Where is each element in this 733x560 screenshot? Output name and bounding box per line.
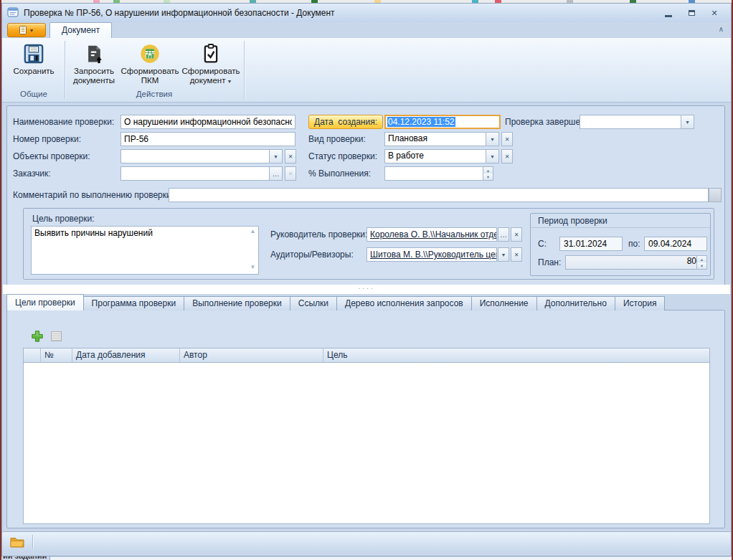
request-documents-label: Запросить документы xyxy=(67,67,121,85)
generate-document-icon xyxy=(202,41,220,67)
application-menu-button[interactable]: ▼ xyxy=(7,23,46,37)
number-input[interactable] xyxy=(120,132,295,146)
tab-links[interactable]: Ссылки xyxy=(290,296,337,310)
close-button[interactable]: ✕ xyxy=(709,9,719,18)
plan-spin-edit[interactable]: 80 ▲ ▼ xyxy=(565,255,707,270)
screen: Проверка № ПР-56, О нарушении информацио… xyxy=(0,0,733,560)
goals-grid: № Дата добавления Автор Цель xyxy=(23,348,710,524)
tab-fulfilment[interactable]: Исполнение xyxy=(471,296,537,310)
save-button-label: Сохранить xyxy=(13,67,54,76)
objects-clear-button[interactable]: ✕ xyxy=(285,149,296,163)
ellipsis-icon[interactable]: … xyxy=(269,167,282,180)
auditors-dropdown-button[interactable]: ▼ xyxy=(498,247,509,262)
generate-pkm-button[interactable]: Сформировать ПКМ xyxy=(120,41,180,85)
folder-button[interactable] xyxy=(8,534,27,549)
kind-label: Вид проверки: xyxy=(308,132,366,146)
generate-document-button[interactable]: Сформировать документ▼ xyxy=(179,41,243,86)
selected-text: 04.12.2023 11:52 xyxy=(387,117,455,127)
spin-up-icon[interactable]: ▲ xyxy=(483,167,493,174)
auditors-clear-button[interactable]: ✕ xyxy=(511,247,522,262)
save-button[interactable]: Сохранить xyxy=(6,41,62,76)
minimize-button[interactable] xyxy=(663,9,673,17)
ribbon-group-label: Общие xyxy=(4,90,64,100)
chevron-down-icon[interactable]: ▼ xyxy=(269,150,282,163)
spinner: ▲ ▼ xyxy=(483,167,493,180)
spin-up-icon[interactable]: ▲ xyxy=(697,256,706,262)
restore-button[interactable] xyxy=(686,9,696,17)
request-documents-button[interactable]: Запросить документы xyxy=(67,41,121,85)
ribbon-tab-row: ▼ Документ ∧ xyxy=(2,22,731,38)
head-ellipsis-button[interactable]: … xyxy=(498,227,509,242)
auditors-label: Аудиторы/Ревизоры: xyxy=(270,247,354,262)
period-title: Период проверки xyxy=(531,214,710,228)
splitter-handle[interactable]: ∙∙∙∙ xyxy=(3,285,730,294)
comment-end-cap xyxy=(709,188,722,202)
edit-row-button[interactable] xyxy=(49,329,63,343)
head-clear-button[interactable]: ✕ xyxy=(511,227,522,242)
tab-bar: Цели проверки Программа проверки Выполне… xyxy=(6,294,665,310)
add-row-button[interactable] xyxy=(30,329,44,343)
goal-textarea[interactable]: Выявить причины нарушений xyxy=(32,227,258,274)
scroll-down-icon[interactable]: ▼ xyxy=(248,264,257,272)
request-documents-icon xyxy=(84,41,104,67)
grid-header: № Дата добавления Автор Цель xyxy=(24,348,709,363)
name-input[interactable] xyxy=(120,115,295,129)
generate-pkm-icon xyxy=(139,41,161,67)
ribbon-collapse-icon[interactable]: ∧ xyxy=(719,25,724,33)
window-controls: ✕ xyxy=(663,4,719,22)
plan-value: 80 xyxy=(566,256,696,269)
objects-combo[interactable]: ▼ xyxy=(120,149,283,163)
tab-goals[interactable]: Цели проверки xyxy=(6,294,84,310)
document-icon xyxy=(19,26,27,34)
tab-execution[interactable]: Выполнение проверки xyxy=(184,296,290,310)
created-date-label: Дата создания: xyxy=(308,115,383,129)
ribbon-tab-document[interactable]: Документ xyxy=(49,22,112,38)
app-window: Проверка № ПР-56, О нарушении информацио… xyxy=(1,3,732,556)
chevron-down-icon[interactable]: ▼ xyxy=(486,133,498,146)
customer-field[interactable]: … xyxy=(120,166,283,181)
generate-pkm-label: Сформировать ПКМ xyxy=(120,67,180,85)
finished-combo[interactable]: ▼ xyxy=(580,115,694,129)
auditors-link-field[interactable]: Шитова М. В.\\Руководитель центр xyxy=(366,247,497,262)
tab-history[interactable]: История xyxy=(615,296,666,310)
background-partial-text: ий заданий xyxy=(3,556,47,560)
scroll-up-icon[interactable]: ▲ xyxy=(248,228,257,237)
window-title: Проверка № ПР-56, О нарушении информацио… xyxy=(24,8,335,18)
statusbar xyxy=(2,531,731,551)
chevron-down-icon[interactable]: ▼ xyxy=(681,115,694,128)
kind-clear-button[interactable]: ✕ xyxy=(501,132,513,146)
head-link-field[interactable]: Королева О. В.\\Начальник отдела xyxy=(366,227,497,242)
tab-additional[interactable]: Дополнительно xyxy=(536,296,615,310)
percent-value xyxy=(385,167,483,180)
grid-column-number[interactable]: № xyxy=(41,348,72,362)
tab-content-panel: № Дата добавления Автор Цель xyxy=(6,310,725,528)
background-edge-left xyxy=(0,0,1,560)
status-value: В работе xyxy=(385,150,486,163)
chevron-down-icon: ▼ xyxy=(227,79,232,84)
kind-combo[interactable]: Плановая ▼ xyxy=(384,132,499,146)
finished-value xyxy=(580,115,681,128)
period-from-input[interactable] xyxy=(559,237,623,251)
chevron-down-icon[interactable]: ▼ xyxy=(486,150,498,163)
generate-document-label: Сформировать документ▼ xyxy=(179,67,243,86)
status-label: Статус проверки: xyxy=(308,149,377,163)
customer-label: Заказчик: xyxy=(13,166,51,181)
created-date-input[interactable]: 04.12.2023 11:52 xyxy=(384,115,501,129)
status-combo[interactable]: В работе ▼ xyxy=(384,149,499,163)
customer-clear-button[interactable]: ✕ xyxy=(285,166,296,181)
grid-column-date-added[interactable]: Дата добавления xyxy=(72,348,180,362)
spin-down-icon[interactable]: ▼ xyxy=(697,262,706,269)
tab-request-tree[interactable]: Дерево исполнения запросов xyxy=(336,296,472,310)
comment-input[interactable] xyxy=(169,188,709,202)
percent-spin-edit[interactable]: ▲ ▼ xyxy=(384,166,493,181)
period-to-input[interactable] xyxy=(644,237,707,251)
spin-down-icon[interactable]: ▼ xyxy=(483,174,493,180)
head-label: Руководитель проверки: xyxy=(270,227,367,242)
status-clear-button[interactable]: ✕ xyxy=(501,149,513,163)
grid-column-goal[interactable]: Цель xyxy=(323,348,709,362)
tab-program[interactable]: Программа проверки xyxy=(83,296,185,310)
objects-value xyxy=(121,150,269,163)
name-label: Наименование проверки: xyxy=(13,115,114,129)
goal-groupbox: Цель проверки: Выявить причины нарушений… xyxy=(23,208,714,280)
grid-column-author[interactable]: Автор xyxy=(180,348,323,362)
